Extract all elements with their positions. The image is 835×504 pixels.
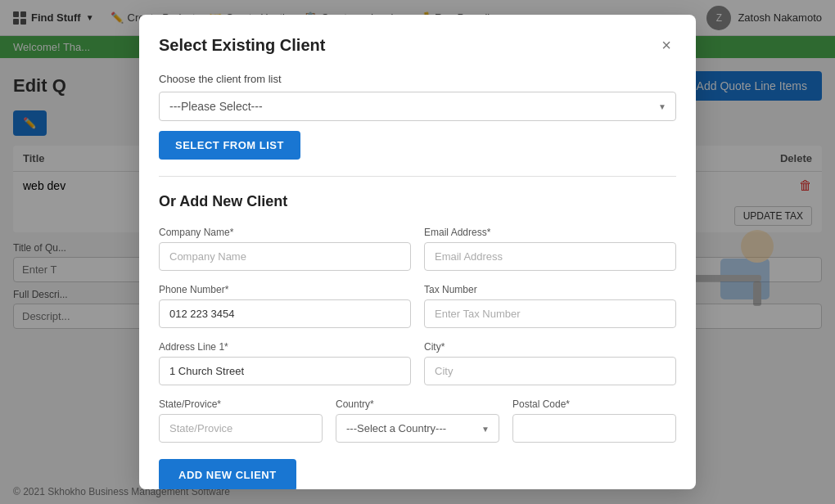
- phone-input[interactable]: [159, 299, 411, 328]
- state-input[interactable]: [159, 414, 323, 443]
- tax-group: Tax Number: [424, 284, 676, 328]
- postal-label: Postal Code*: [512, 398, 676, 410]
- choose-client-label: Choose the client from list: [159, 73, 676, 85]
- phone-group: Phone Number*: [159, 284, 411, 328]
- city-label: City*: [424, 341, 676, 353]
- state-group: State/Provice*: [159, 398, 323, 443]
- email-label: Email Address*: [424, 227, 676, 238]
- address-input[interactable]: [159, 357, 411, 385]
- client-select[interactable]: ---Please Select---: [159, 92, 676, 121]
- phone-tax-row: Phone Number* Tax Number: [159, 284, 676, 328]
- company-name-label: Company Name*: [159, 227, 411, 238]
- modal-divider: [159, 176, 676, 177]
- tax-input[interactable]: [424, 299, 676, 328]
- company-email-row: Company Name* Email Address*: [159, 227, 676, 271]
- company-name-group: Company Name*: [159, 227, 411, 271]
- modal-close-button[interactable]: ×: [657, 34, 676, 56]
- modal-overlay: Select Existing Client × Choose the clie…: [0, 0, 835, 504]
- state-label: State/Provice*: [159, 398, 323, 410]
- client-select-wrapper: ---Please Select---: [159, 92, 676, 121]
- add-new-client-title: Or Add New Client: [159, 193, 676, 210]
- country-label: Country*: [336, 398, 499, 410]
- email-group: Email Address*: [424, 227, 676, 271]
- select-from-list-button[interactable]: SELECT FROM LIST: [159, 131, 300, 160]
- country-select[interactable]: ---Select a Country---: [336, 414, 499, 443]
- modal-title: Select Existing Client: [159, 36, 325, 55]
- tax-label: Tax Number: [424, 284, 676, 295]
- modal: Select Existing Client × Choose the clie…: [139, 15, 696, 489]
- postal-input[interactable]: [512, 414, 676, 443]
- phone-label: Phone Number*: [159, 284, 411, 295]
- city-input[interactable]: [424, 357, 676, 385]
- state-country-postal-row: State/Provice* Country* ---Select a Coun…: [159, 398, 676, 443]
- address-city-row: Address Line 1* City*: [159, 341, 676, 385]
- postal-group: Postal Code*: [512, 398, 676, 443]
- address-group: Address Line 1*: [159, 341, 411, 385]
- add-new-client-button[interactable]: ADD NEW CLIENT: [159, 459, 296, 489]
- email-input[interactable]: [424, 242, 676, 271]
- company-name-input[interactable]: [159, 242, 411, 271]
- address-label: Address Line 1*: [159, 341, 411, 353]
- city-group: City*: [424, 341, 676, 385]
- country-select-wrapper: ---Select a Country---: [336, 414, 499, 443]
- country-group: Country* ---Select a Country---: [336, 398, 499, 443]
- modal-header: Select Existing Client ×: [159, 34, 676, 56]
- select-existing-section: Choose the client from list ---Please Se…: [159, 73, 676, 160]
